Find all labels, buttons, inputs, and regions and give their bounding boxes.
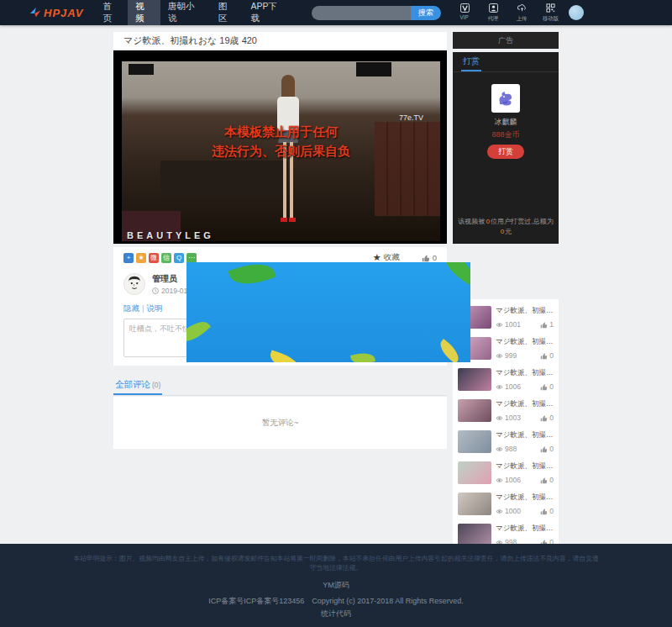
leaf-decoration (436, 339, 463, 362)
related-video-title: マジ軟派、初撮れおな 19歳 420 (496, 461, 554, 472)
comments-count: (0) (152, 381, 160, 389)
eye-icon (496, 508, 503, 515)
logo-text: HPJAV (44, 7, 83, 19)
leaf-decoration (267, 350, 302, 362)
menu-item-pictures[interactable]: 图区 (211, 0, 244, 25)
video-brand-text: BEAUTYLEG (127, 230, 214, 240)
desc-link[interactable]: 说明 (146, 303, 162, 313)
comments-header: 全部评论 (0) (113, 376, 447, 396)
eye-icon (496, 321, 503, 329)
share-weibo-icon[interactable]: 微 (149, 253, 159, 263)
thumb-up-icon (540, 414, 548, 422)
video-thumbnail (458, 524, 491, 546)
leaf-decoration (350, 350, 375, 362)
mobile-qr-button[interactable]: 移动版 (540, 3, 560, 23)
upload-button[interactable]: 上传 (512, 3, 532, 23)
gift-price: 888金币 (491, 129, 519, 140)
eye-icon (496, 383, 503, 391)
video-thumbnail (458, 493, 491, 515)
video-title: マジ軟派、初撮れおな 19歳 420 (123, 34, 257, 47)
related-video-title: マジ軟派、初撮れおな 19歳 411 (496, 337, 554, 347)
overlay-warning-text: 本模板禁止用于任何 违法行为、否则后果自负 (122, 122, 440, 161)
video-thumbnail (458, 399, 491, 422)
vip-button[interactable]: VIP (454, 3, 475, 23)
related-video-item[interactable]: マジ軟派、初撮れおな 19歳 418 988 0 (458, 426, 554, 457)
related-video-item[interactable]: マジ軟派、初撮れおな 19歳 411 999 0 (458, 333, 554, 364)
search-input[interactable] (312, 6, 411, 20)
decor-sofa (160, 161, 288, 198)
comments-empty-state: 暂无评论~ (113, 397, 447, 449)
author-avatar[interactable] (123, 273, 145, 295)
top-navbar: HPJAV 首页 视频 唐朝小说 图区 APP下载 搜索 VIP (0, 0, 672, 25)
video-thumbnail (458, 461, 491, 484)
reward-panel: 打赏 冰麒麟 888金币 打赏 该视频被0位用户打赏过,总额为0元 (453, 52, 559, 244)
video-player[interactable]: 77e.TV 本模板禁止用于任何 违法行为、否则后果自负 BEAUTYLEG (113, 50, 447, 244)
site-logo[interactable]: HPJAV (29, 7, 83, 19)
footer-copyright: ICP备案号ICP备案号123456 Copyright (c) 2017-20… (50, 596, 622, 607)
proxy-button[interactable]: 代理 (483, 3, 503, 23)
share-add-icon[interactable]: + (123, 253, 134, 263)
leaf-decoration (228, 262, 276, 290)
related-video-item[interactable]: マジ軟派、初撮れおな 19歳 412 1000 0 (458, 488, 554, 519)
video-thumbnail (458, 368, 491, 391)
thumb-up-icon (540, 383, 548, 391)
reward-button[interactable]: 打赏 (487, 145, 524, 159)
thumb-up-icon (540, 352, 548, 360)
main-menu: 首页 视频 唐朝小说 图区 APP下载 (95, 0, 293, 25)
clock-icon (152, 287, 159, 294)
decor-speaker (129, 64, 154, 75)
thumb-up-icon (540, 477, 548, 484)
qr-code-icon (545, 3, 555, 13)
thumb-up-icon (540, 321, 548, 329)
gift-image[interactable] (491, 84, 520, 113)
video-frame: 77e.TV 本模板禁止用于任何 违法行为、否则后果自负 BEAUTYLEG (122, 61, 440, 241)
footer-site-name: YM源码 (50, 580, 622, 591)
share-qq-icon[interactable]: Q (174, 253, 184, 263)
decor-speaker (356, 62, 391, 76)
related-video-title: マジ軟派、初撮れおな 19歳 412 (496, 493, 554, 503)
leaf-decoration (438, 262, 470, 285)
leaf-decoration (186, 316, 211, 347)
page-footer: 本站申明提示：图片、视频均由网友自主上传，如有侵权请发邮件告知本站将第一时间删除… (0, 544, 672, 627)
menu-item-novels[interactable]: 唐朝小说 (160, 0, 211, 25)
related-video-item[interactable]: マジ軟派、初撮れおな 19歳 255 1006 0 (458, 364, 554, 395)
eye-icon (496, 352, 503, 360)
footer-stats-link[interactable]: 统计代码 (50, 609, 622, 619)
footer-disclaimer: 本站申明提示：图片、视频均由网友自主上传，如有侵权请发邮件告知本站将第一时间删除… (73, 555, 599, 573)
floating-ad-banner[interactable] (186, 262, 470, 362)
related-video-item[interactable]: マジ軟派、初撮れおな 19歳 413 1003 0 (458, 395, 554, 426)
share-qzone-icon[interactable]: ★ (136, 253, 146, 263)
vip-icon (459, 3, 470, 13)
related-video-title: マジ軟派、初撮れおな 19歳 413 (496, 399, 554, 409)
eye-icon (496, 414, 503, 422)
hide-link[interactable]: 隐藏 (123, 303, 139, 313)
related-video-title: マジ軟派、初撮れおな 19歳 419 (496, 306, 554, 316)
logo-icon (29, 7, 41, 18)
person-icon (488, 3, 498, 13)
video-watermark: 77e.TV (399, 113, 423, 122)
reward-summary: 该视频被0位用户打赏过,总额为0元 (455, 218, 556, 237)
eye-icon (496, 477, 503, 484)
menu-item-videos[interactable]: 视频 (128, 0, 160, 25)
video-thumbnail (458, 430, 491, 453)
thumb-up-icon (422, 254, 430, 262)
search-button[interactable]: 搜索 (411, 6, 441, 20)
share-wechat-icon[interactable]: 信 (161, 253, 171, 263)
thumb-up-icon (540, 445, 548, 453)
search-bar: 搜索 (312, 6, 441, 20)
share-more-icon[interactable]: ⋯ (186, 253, 197, 263)
tab-reward[interactable]: 打赏 (461, 52, 481, 71)
share-icons: + ★ 微 信 Q ⋯ (123, 253, 197, 263)
menu-item-app-download[interactable]: APP下载 (243, 0, 293, 25)
gift-item: 冰麒麟 888金币 打赏 (453, 84, 559, 159)
related-video-item[interactable]: マジ軟派、初撮れおな 19歳 420 1006 0 (458, 457, 554, 488)
related-video-title: マジ軟派、初撮れおな 19歳 418 (496, 430, 554, 440)
ad-placeholder: 广告 (453, 32, 559, 49)
related-video-item[interactable]: マジ軟派、初撮れおな 19歳 419 1001 1 (458, 302, 554, 333)
video-title-bar: マジ軟派、初撮れおな 19歳 420 (113, 32, 447, 49)
tab-all-comments[interactable]: 全部评论 (0) (113, 376, 162, 395)
user-avatar[interactable] (569, 5, 584, 20)
nav-actions: VIP 代理 上传 移动版 (454, 3, 560, 23)
menu-item-home[interactable]: 首页 (95, 0, 128, 25)
like-button[interactable]: 0 (422, 253, 437, 262)
